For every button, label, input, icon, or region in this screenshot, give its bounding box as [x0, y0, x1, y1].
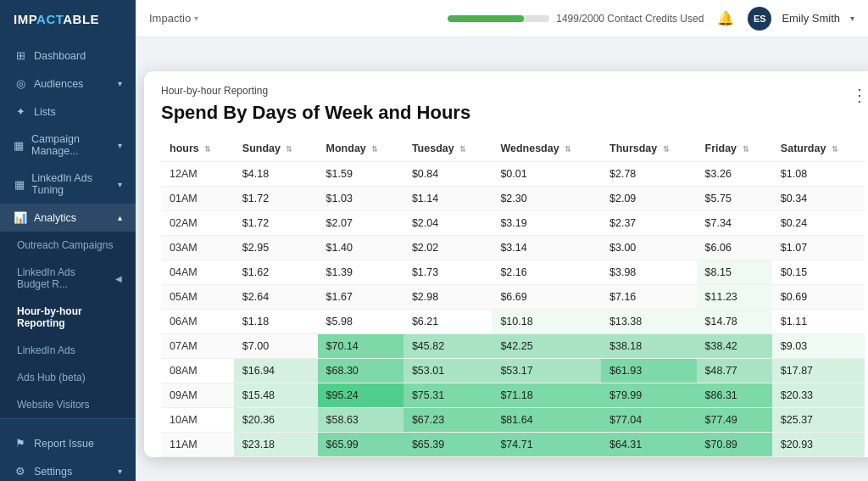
table-row: 02AM$1.72$2.07$2.04$3.19$2.37$7.34$0.24 [161, 211, 865, 236]
lists-icon: ✦ [14, 105, 27, 118]
breadcrumb-text: Impactio [149, 12, 191, 25]
cell-hour: 05AM [161, 285, 234, 310]
sidebar-item-outreach-campaigns[interactable]: Outreach Campaigns [0, 232, 136, 259]
cell-hour: 11AM [161, 433, 234, 457]
chevron-down-icon: ▾ [118, 180, 122, 189]
cell-value: $48.77 [697, 359, 772, 383]
table-header-row: hours ⇅ Sunday ⇅ Monday ⇅ Tuesday ⇅ Wedn… [161, 136, 865, 162]
sort-icon: ⇅ [371, 145, 378, 154]
sort-icon: ⇅ [743, 145, 749, 154]
cell-value: $3.00 [601, 236, 697, 260]
table-row: 04AM$1.62$1.39$1.73$2.16$3.98$8.15$0.15 [161, 260, 865, 285]
cell-value: $1.40 [318, 236, 403, 260]
cell-value: $1.18 [234, 310, 318, 334]
sidebar-item-report-issue[interactable]: ⚑ Report Issue [0, 429, 136, 457]
sidebar-item-label: Website Visitors [17, 399, 90, 411]
cell-value: $2.09 [601, 187, 697, 211]
table-row: 09AM$15.48$95.24$75.31$71.18$79.99$86.31… [161, 383, 865, 408]
cell-value: $1.72 [234, 187, 318, 211]
breadcrumb: Impactio ▾ [149, 12, 198, 25]
cell-value: $75.31 [403, 383, 492, 408]
sidebar-item-linkedin-ads-budget[interactable]: LinkedIn Ads Budget R... ◀ [0, 259, 136, 298]
chevron-up-icon: ▴ [118, 213, 122, 222]
credits-bar-fill [448, 15, 524, 22]
sidebar-footer: ⚑ Report Issue ⚙ Settings ▾ [0, 418, 136, 481]
sidebar-item-hour-by-hour[interactable]: Hour-by-hour Reporting [0, 298, 136, 337]
cell-value: $77.04 [601, 408, 697, 433]
page-title: Spend By Days of Week and Hours [161, 102, 865, 124]
cell-value: $13.38 [601, 310, 697, 334]
cell-value: $14.78 [697, 310, 772, 334]
credits-bar [448, 15, 549, 22]
sidebar-item-linkedin-ads[interactable]: LinkedIn Ads [0, 337, 136, 364]
sidebar-item-lists[interactable]: ✦ Lists [0, 98, 136, 126]
sidebar-item-settings[interactable]: ⚙ Settings ▾ [0, 457, 136, 481]
cell-value: $70.14 [318, 334, 403, 359]
analytics-icon: 📊 [14, 211, 27, 224]
cell-value: $2.30 [492, 187, 601, 211]
sidebar-item-label: Settings [34, 466, 72, 478]
sidebar-item-audiences[interactable]: ◎ Audiences ▾ [0, 70, 136, 98]
username-label: Emily Smith [782, 12, 840, 25]
cell-value: $67.23 [403, 408, 492, 433]
table-row: 07AM$7.00$70.14$45.82$42.25$38.18$38.42$… [161, 334, 865, 359]
sidebar-item-label: Report Issue [34, 438, 94, 450]
cell-value: $0.01 [492, 162, 601, 187]
cell-hour: 07AM [161, 334, 234, 359]
cell-value: $0.69 [772, 285, 865, 310]
sidebar-item-label: LinkedIn Ads Budget R... [17, 266, 108, 290]
linkedin-icon: ▦ [14, 178, 25, 191]
cell-value: $1.67 [318, 285, 403, 310]
cell-value: $71.18 [492, 383, 601, 408]
cell-value: $45.82 [403, 334, 492, 359]
cell-value: $6.21 [403, 310, 492, 334]
sidebar-item-ads-hub[interactable]: Ads Hub (beta) [0, 364, 136, 391]
col-thursday: Thursday ⇅ [601, 136, 697, 162]
sidebar-item-label: LinkedIn Ads Tuning [31, 172, 111, 196]
cell-value: $81.64 [492, 408, 601, 433]
cell-hour: 04AM [161, 260, 234, 285]
sidebar-item-campaign-manager[interactable]: ▦ Campaign Manage... ▾ [0, 126, 136, 165]
cell-value: $3.19 [492, 211, 601, 236]
cell-value: $1.08 [772, 162, 865, 187]
cell-value: $3.26 [697, 162, 772, 187]
user-menu-chevron-icon[interactable]: ▾ [850, 14, 854, 23]
cell-value: $61.93 [601, 359, 697, 383]
col-friday: Friday ⇅ [697, 136, 772, 162]
cell-value: $17.87 [772, 359, 865, 383]
col-saturday: Saturday ⇅ [772, 136, 865, 162]
cell-value: $79.99 [601, 383, 697, 408]
cell-value: $2.64 [234, 285, 318, 310]
cell-value: $2.16 [492, 260, 601, 285]
section-label: Hour-by-hour Reporting [161, 85, 865, 97]
sidebar-item-dashboard[interactable]: ⊞ Dashboard [0, 42, 136, 70]
cell-value: $7.34 [697, 211, 772, 236]
topbar: Impactio ▾ 1499/2000 Contact Credits Use… [136, 0, 868, 37]
sidebar-item-label: LinkedIn Ads [17, 344, 75, 356]
spend-table: hours ⇅ Sunday ⇅ Monday ⇅ Tuesday ⇅ Wedn… [161, 136, 865, 457]
content-area: Hour-by-hour Reporting Spend By Days of … [136, 37, 868, 481]
chevron-down-icon: ▾ [118, 467, 122, 476]
sidebar-nav: ⊞ Dashboard ◎ Audiences ▾ ✦ Lists ▦ Camp… [0, 38, 136, 418]
cell-value: $11.23 [697, 285, 772, 310]
cell-value: $38.42 [697, 334, 772, 359]
cell-hour: 01AM [161, 187, 234, 211]
sidebar-item-analytics[interactable]: 📊 Analytics ▴ [0, 204, 136, 232]
gear-icon: ⚙ [14, 465, 27, 478]
cell-value: $95.24 [318, 383, 403, 408]
chevron-down-icon: ▾ [118, 79, 122, 88]
cell-value: $65.39 [403, 433, 492, 457]
sort-icon: ⇅ [663, 145, 670, 154]
sidebar-item-label: Audiences [34, 78, 83, 90]
cell-value: $5.98 [318, 310, 403, 334]
sidebar-item-website-visitors[interactable]: Website Visitors [0, 391, 136, 418]
chevron-down-icon: ▾ [118, 141, 122, 150]
table-wrapper: hours ⇅ Sunday ⇅ Monday ⇅ Tuesday ⇅ Wedn… [161, 136, 865, 457]
cell-value: $58.63 [318, 408, 403, 433]
cell-value: $1.59 [318, 162, 403, 187]
more-options-icon[interactable]: ⋮ [851, 85, 868, 105]
notification-bell-icon[interactable]: 🔔 [717, 10, 734, 26]
cell-value: $1.62 [234, 260, 318, 285]
sidebar-item-label: Analytics [34, 212, 76, 224]
sidebar-item-linkedin-ads-tuning[interactable]: ▦ LinkedIn Ads Tuning ▾ [0, 165, 136, 204]
